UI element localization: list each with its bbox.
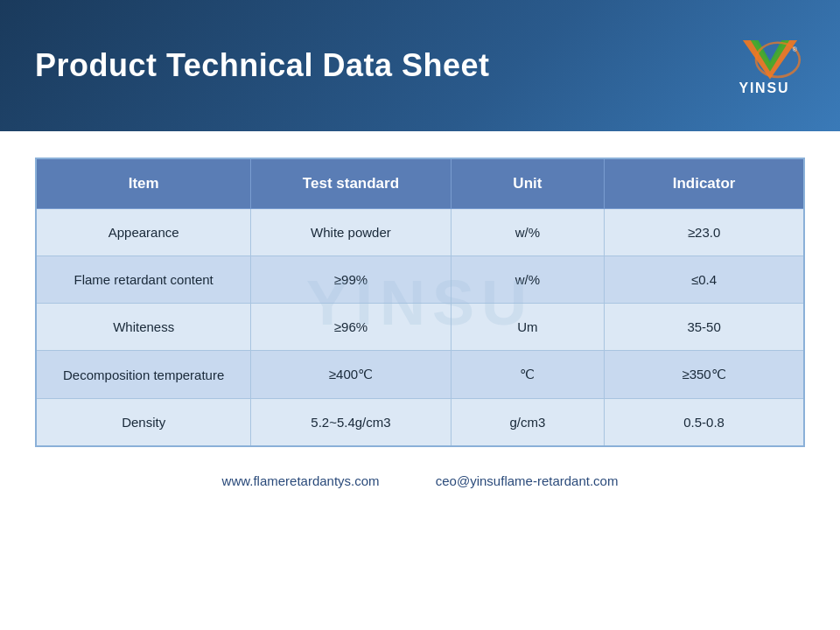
footer-website: www.flameretardantys.com bbox=[222, 473, 380, 488]
cell-item: Appearance bbox=[36, 209, 251, 256]
cell-test: 5.2~5.4g/cm3 bbox=[251, 399, 451, 447]
cell-item: Density bbox=[36, 399, 251, 447]
footer: www.flameretardantys.com ceo@yinsuflame-… bbox=[35, 473, 805, 488]
footer-email: ceo@yinsuflame-retardant.com bbox=[436, 473, 619, 488]
table-row: Decomposition temperature≥400℃℃≥350℃ bbox=[36, 351, 804, 399]
cell-indicator: 35-50 bbox=[605, 304, 804, 351]
cell-test: White powder bbox=[251, 209, 451, 256]
table-row: Density5.2~5.4g/cm3g/cm30.5-0.8 bbox=[36, 399, 804, 447]
table-row: Whiteness≥96%Um35-50 bbox=[36, 304, 804, 351]
header: Product Technical Data Sheet YINSU ® bbox=[0, 0, 840, 131]
table-row: Flame retardant content≥99%w/%≤0.4 bbox=[36, 256, 804, 304]
col-header-unit: Unit bbox=[451, 158, 605, 209]
data-table: Item Test standard Unit Indicator Appear… bbox=[35, 158, 805, 447]
cell-unit: g/cm3 bbox=[451, 399, 605, 447]
cell-unit: w/% bbox=[451, 256, 605, 304]
table-row: AppearanceWhite powderw/%≥23.0 bbox=[36, 209, 804, 256]
svg-text:®: ® bbox=[793, 46, 798, 53]
table-header-row: Item Test standard Unit Indicator bbox=[36, 158, 804, 209]
cell-indicator: ≤0.4 bbox=[605, 256, 804, 304]
svg-text:YINSU: YINSU bbox=[738, 80, 789, 95]
page-title: Product Technical Data Sheet bbox=[35, 47, 489, 84]
table-wrapper: YINSU Item Test standard Unit Indicator … bbox=[35, 158, 805, 447]
cell-item: Whiteness bbox=[36, 304, 251, 351]
cell-unit: w/% bbox=[451, 209, 605, 256]
cell-unit: Um bbox=[451, 304, 605, 351]
yinsu-logo: YINSU ® bbox=[735, 35, 805, 96]
logo-container: YINSU ® bbox=[735, 35, 805, 96]
col-header-item: Item bbox=[36, 158, 251, 209]
cell-item: Flame retardant content bbox=[36, 256, 251, 304]
cell-item: Decomposition temperature bbox=[36, 351, 251, 399]
cell-indicator: ≥350℃ bbox=[605, 351, 804, 399]
cell-test: ≥400℃ bbox=[251, 351, 451, 399]
main-content: YINSU Item Test standard Unit Indicator … bbox=[0, 131, 840, 506]
cell-indicator: ≥23.0 bbox=[605, 209, 804, 256]
cell-test: ≥99% bbox=[251, 256, 451, 304]
col-header-indicator: Indicator bbox=[605, 158, 804, 209]
cell-indicator: 0.5-0.8 bbox=[605, 399, 804, 447]
cell-test: ≥96% bbox=[251, 304, 451, 351]
cell-unit: ℃ bbox=[451, 351, 605, 399]
col-header-test: Test standard bbox=[251, 158, 451, 209]
